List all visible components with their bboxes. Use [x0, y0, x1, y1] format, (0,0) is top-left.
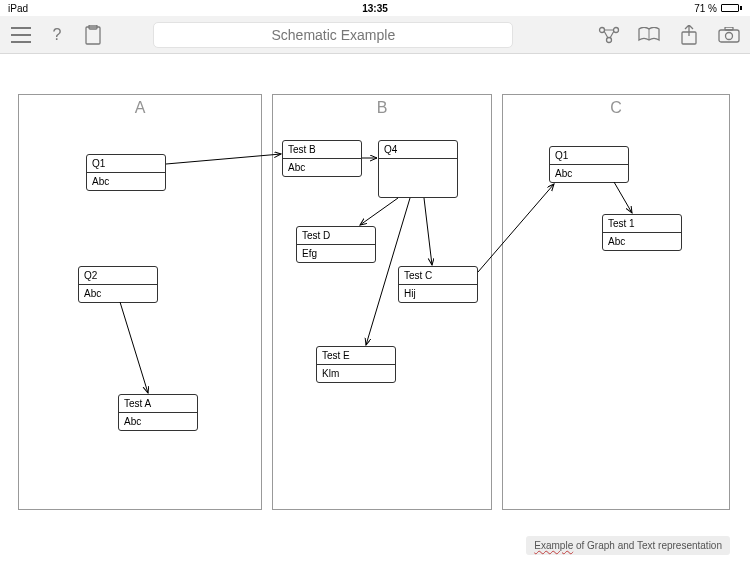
svg-rect-8 [725, 27, 733, 30]
node-body: Klm [317, 365, 395, 382]
node-test-b[interactable]: Test B Abc [282, 140, 362, 177]
help-icon[interactable]: ? [46, 24, 68, 46]
node-body: Abc [79, 285, 157, 302]
column-B-label: B [377, 99, 388, 117]
node-q4[interactable]: Q4 [378, 140, 458, 198]
node-test-c[interactable]: Test C Hij [398, 266, 478, 303]
node-test-e[interactable]: Test E Klm [316, 346, 396, 383]
battery-icon [721, 4, 742, 12]
node-body: Abc [283, 159, 361, 176]
camera-icon[interactable] [718, 24, 740, 46]
title-field[interactable]: Schematic Example [153, 22, 513, 48]
node-body: Efg [297, 245, 375, 262]
node-body: Abc [550, 165, 628, 182]
svg-point-4 [606, 37, 611, 42]
column-C-label: C [610, 99, 622, 117]
node-title: Test A [119, 395, 197, 413]
diagram-canvas[interactable]: A B C Q1 Abc Q2 Abc Test A Abc Test B Ab… [0, 54, 750, 563]
clipboard-icon[interactable] [82, 24, 104, 46]
column-A-label: A [135, 99, 146, 117]
node-title: Test B [283, 141, 361, 159]
node-title: Q1 [87, 155, 165, 173]
share-icon[interactable] [678, 24, 700, 46]
battery-pct: 71 % [694, 3, 717, 14]
status-bar: iPad 13:35 71 % [0, 0, 750, 16]
menu-icon[interactable] [10, 24, 32, 46]
clock: 13:35 [362, 3, 388, 14]
node-body: Abc [603, 233, 681, 250]
node-body: Abc [87, 173, 165, 190]
status-right: 71 % [694, 3, 742, 14]
svg-rect-6 [719, 30, 739, 42]
node-body [379, 159, 457, 197]
caption-underlined: Example [534, 540, 573, 551]
node-title: Q4 [379, 141, 457, 159]
node-test-d[interactable]: Test D Efg [296, 226, 376, 263]
node-title: Test C [399, 267, 477, 285]
node-body: Abc [119, 413, 197, 430]
node-q2[interactable]: Q2 Abc [78, 266, 158, 303]
toolbar: ? Schematic Example [0, 16, 750, 54]
title-text: Schematic Example [271, 27, 395, 43]
node-title: Test 1 [603, 215, 681, 233]
node-q1-c[interactable]: Q1 Abc [549, 146, 629, 183]
node-title: Q1 [550, 147, 628, 165]
node-test-a[interactable]: Test A Abc [118, 394, 198, 431]
node-title: Test E [317, 347, 395, 365]
node-body: Hij [399, 285, 477, 302]
graph-icon[interactable] [598, 24, 620, 46]
node-title: Q2 [79, 267, 157, 285]
node-test-1[interactable]: Test 1 Abc [602, 214, 682, 251]
caption-rest: of Graph and Text representation [573, 540, 722, 551]
device-label: iPad [8, 3, 28, 14]
svg-point-7 [725, 32, 732, 39]
book-icon[interactable] [638, 24, 660, 46]
node-q1-a[interactable]: Q1 Abc [86, 154, 166, 191]
caption: Example of Graph and Text representation [526, 536, 730, 555]
node-title: Test D [297, 227, 375, 245]
